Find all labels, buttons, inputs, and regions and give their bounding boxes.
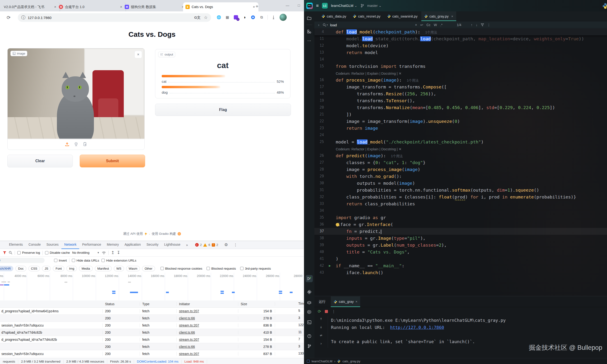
code-line[interactable]: 18 transforms.Resize((256, 256)),	[314, 90, 607, 97]
structure-tool-icon[interactable]	[306, 28, 313, 35]
code-editor[interactable]: 4def load_model(checkpoint_path): 1个用法11…	[314, 28, 607, 296]
regex-toggle[interactable]: .*	[440, 23, 442, 27]
devtools-tab-memory[interactable]: Memory	[104, 241, 122, 248]
devtools-tab-console[interactable]: Console	[26, 241, 43, 248]
run-line-icon[interactable]: ▶	[329, 262, 331, 269]
editor-tab-cats_data.py[interactable]: cats_data.py	[319, 11, 349, 21]
editor-tab-cats_resnet.py[interactable]: cats_resnet.py	[350, 11, 383, 21]
usages-inlay-hint[interactable]: 1个用法	[425, 30, 437, 34]
scroll-down-icon[interactable]: ↓	[320, 325, 322, 329]
col-time[interactable]: Time	[275, 300, 304, 307]
code-line[interactable]: 23 return image	[314, 125, 607, 132]
codeium-hint-text[interactable]: Codeium: Refactor | Explain | Docstring …	[336, 72, 401, 75]
request-filter-chip[interactable]: WS	[114, 266, 124, 271]
more-tools-icon[interactable]: ⋯	[306, 37, 313, 44]
code-line[interactable]: 22 image = image_transform(image).unsque…	[314, 118, 607, 125]
waterfall-bar[interactable]	[8, 282, 10, 282]
editor-tab-cats_swaninit.py[interactable]: cats_swaninit.py	[384, 11, 420, 21]
project-selector[interactable]: learnChatGLM ⌄	[331, 4, 357, 8]
terminal-tool-icon[interactable]	[306, 319, 313, 326]
search-close-icon[interactable]: ×	[415, 23, 417, 27]
col-type[interactable]: Type	[140, 302, 177, 306]
invert-checkbox[interactable]: Invert	[54, 259, 67, 262]
url-text[interactable]: 127.0.0.1:7860	[28, 16, 194, 20]
downloads-icon[interactable]: ⭳	[271, 15, 276, 20]
flag-button[interactable]: Flag	[155, 104, 291, 116]
translate-extension-icon[interactable]: 🌐	[216, 15, 221, 20]
status-bar-item[interactable]: DOMContentLoaded: 104 ms	[134, 360, 182, 364]
request-filter-chip[interactable]: Manifest	[95, 266, 112, 271]
waterfall-bar[interactable]	[65, 282, 67, 283]
prev-match-icon[interactable]: ↑	[471, 23, 473, 27]
code-line[interactable]: 13 return model	[314, 49, 607, 56]
next-match-icon[interactable]: ↓	[476, 23, 478, 27]
warning-badge-icon[interactable]	[203, 243, 207, 247]
search-expand-icon[interactable]: ›	[318, 23, 319, 27]
code-line[interactable]: 40 title = "Cats vs. Dogs",	[314, 248, 607, 255]
code-line[interactable]: 11 model.load_state_dict(torch.load(chec…	[314, 35, 607, 42]
code-line[interactable]: 39 outputs = gr.Label(num_top_classes=2)…	[314, 242, 607, 248]
new-tab-button[interactable]: +	[256, 4, 258, 9]
blocked-requests-checkbox[interactable]: Blocked response cookies	[161, 267, 203, 270]
network-request-row[interactable]: session_hash=53n7u8quccu200fetchstream.t…	[0, 322, 304, 329]
run-tab[interactable]: cats_gray ×	[331, 296, 360, 307]
record-filter-icon[interactable]	[3, 251, 6, 254]
code-line[interactable]: 34	[314, 207, 607, 214]
browser-tab[interactable]: M猫狗分类·数据集×	[122, 2, 188, 11]
code-line[interactable]: 36iface = gr.Interface(	[314, 221, 607, 228]
devtools-menu-icon[interactable]: ⋮	[231, 241, 240, 249]
reload-icon[interactable]: ⟳	[7, 15, 11, 20]
bookmark-star-icon[interactable]: ☆	[204, 15, 208, 20]
network-request-row[interactable]: session_hash=53n7u8quccu200fetchstream.t…	[0, 350, 304, 357]
status-bar-item[interactable]: Load: 948 ms	[182, 360, 207, 364]
match-case-toggle[interactable]: Cc	[426, 23, 430, 27]
request-filter-chip[interactable]: Media	[79, 266, 92, 271]
code-line[interactable]: 27 classes = {0: "cat", 1: "dog"}	[314, 159, 607, 166]
rerun-icon[interactable]: ⟳	[318, 309, 321, 314]
issues-badge-icon[interactable]: !	[212, 243, 215, 247]
expand-icon[interactable]: ›	[320, 341, 322, 346]
breadcrumb-file[interactable]: cats_gray.py	[342, 360, 361, 363]
waterfall-bar[interactable]	[112, 293, 116, 294]
request-filter-chip[interactable]: Img	[66, 266, 77, 271]
run-tab-close-icon[interactable]: ×	[355, 300, 357, 303]
hide-extension-urls-checkbox[interactable]: Hide extension URLs	[102, 259, 136, 262]
code-line[interactable]: 16def process_image(image): 1个用法	[314, 77, 607, 83]
network-request-row[interactable]: d_progress?upload_id=a7w77d4c82b200fetch…	[0, 336, 304, 343]
run-anything-tool-icon[interactable]	[306, 308, 313, 315]
code-line[interactable]: 15from torchvision import transforms	[314, 63, 607, 70]
disable-cache-checkbox[interactable]: Disable cache	[45, 251, 70, 254]
devtools-tab-security[interactable]: Security	[144, 241, 161, 248]
run-panel-label[interactable]: 运行	[319, 299, 325, 304]
breadcrumb-project[interactable]: learnChatGLM	[311, 360, 332, 363]
devtools-tab-sources[interactable]: Sources	[44, 241, 61, 248]
paste-clipboard-icon[interactable]	[83, 142, 88, 146]
stop-icon[interactable]	[325, 310, 328, 313]
waterfall-bar[interactable]	[279, 293, 282, 294]
request-name[interactable]: d_progress?upload_id=hmw641pz4ms	[0, 309, 103, 313]
waterfall-bar[interactable]	[0, 284, 4, 286]
code-line[interactable]: 37 fn = predict,	[314, 228, 607, 235]
site-info-icon[interactable]: ⓘ	[21, 15, 25, 20]
code-line[interactable]: 14	[314, 56, 607, 63]
request-filter-chip[interactable]: tch/XHR	[0, 266, 13, 271]
request-filter-chip[interactable]: Wasm	[126, 266, 140, 271]
browser-tab[interactable]: ◆Cats vs. Dogs×	[183, 2, 258, 11]
scroll-up-icon[interactable]: ↑	[320, 316, 322, 321]
codeium-hint-text[interactable]: Codeium: Refactor | Explain | Docstring …	[336, 147, 401, 151]
col-initiator[interactable]: Initiator	[177, 302, 238, 306]
export-har-icon[interactable]: ↧	[117, 250, 120, 255]
usages-inlay-hint[interactable]: 1个用法	[407, 78, 419, 82]
clipboard-extension-icon[interactable]: ⧉	[259, 15, 264, 20]
console-url-link[interactable]: http://127.0.0.1:7860	[390, 325, 444, 330]
code-line[interactable]: 12 model.to(device)	[314, 42, 607, 49]
hide-data-urls-checkbox[interactable]: Hide data URLs	[72, 259, 99, 262]
initiator-link[interactable]: client.ts:66	[179, 331, 195, 334]
soft-wrap-icon[interactable]: ⇌	[320, 333, 322, 338]
request-filter-chip[interactable]: Doc	[15, 266, 26, 271]
devtools-settings-icon[interactable]: ⚙	[221, 241, 231, 249]
devtools-tab-lighthouse[interactable]: Lighthouse	[161, 241, 183, 248]
code-line[interactable]: 28 image = process_image(image)	[314, 166, 607, 173]
code-line[interactable]: 30 outputs = model(image)	[314, 180, 607, 187]
code-line[interactable]: 21 ])	[314, 111, 607, 118]
